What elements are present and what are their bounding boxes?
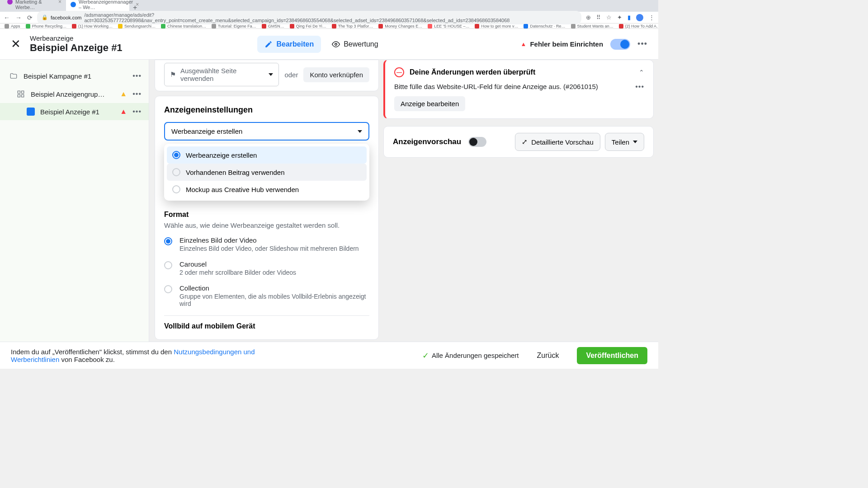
footer-disclaimer: Indem du auf „Veröffentlichen" klickst, … [11,348,282,363]
bookmark[interactable]: Money Changes E… [378,24,422,28]
link-account-button[interactable]: Konto verknüpfen [303,67,369,82]
avatar-icon[interactable] [636,14,643,21]
dropdown-option-mockup[interactable]: Mockup aus Creative Hub verwenden [167,181,367,198]
tab-review[interactable]: Bewertung [325,36,386,53]
warning-icon: ▲ [521,41,527,47]
tree-adset[interactable]: Beispiel Anzeigengrup… ▲ ••• [0,85,149,103]
detailed-preview-button[interactable]: ⤢ Detaillierte Vorschau [515,133,600,151]
favicon [71,2,76,7]
dropdown-option-existing[interactable]: Vorhandenen Beitrag verwenden [167,164,367,181]
review-card: — Deine Änderungen werden überprüft ⌃ Bi… [383,60,654,119]
publish-button[interactable]: Veröffentlichen [577,347,647,364]
lock-icon: 🔒 [42,14,48,20]
preview-card: Anzeigenvorschau ⤢ Detaillierte Vorschau… [383,126,654,158]
translate-icon[interactable]: ⠿ [596,14,601,21]
center-panel: ⚑ Ausgewählte Seite verwenden oder Konto… [149,60,382,342]
url-path: /adsmanager/manage/ads/edit?act=30325357… [84,12,577,23]
tab-label: Facebook Marketing & Werbe… [15,0,56,10]
tree-campaign[interactable]: Beispiel Kampagne #1 ••• [0,67,149,85]
campaign-tree: Beispiel Kampagne #1 ••• Beispiel Anzeig… [0,60,149,342]
tree-label: Beispiel Anzeigengrup… [31,90,114,98]
fullscreen-title: Vollbild auf mobilem Gerät [164,322,369,330]
more-icon[interactable]: ••• [132,72,142,80]
identity-card: ⚑ Ausgewählte Seite verwenden oder Konto… [155,60,379,91]
bookmark[interactable]: Tutorial: Eigene Fa… [212,24,256,28]
back-icon[interactable]: ← [4,14,10,21]
bookmark[interactable]: How to get more v… [475,24,518,28]
radio-icon [164,285,172,293]
section-title: Anzeigeneinstellungen [164,105,369,115]
stop-icon: — [394,67,404,77]
tree-label: Beispiel Anzeige #1 [40,108,114,116]
bookmark[interactable]: (1) How Working… [72,24,113,28]
bookmarks-bar: Apps Phone Recycling… (1) How Working… S… [0,23,658,29]
page-dropdown[interactable]: ⚑ Ausgewählte Seite verwenden [164,63,279,86]
edit-ad-button[interactable]: Anzeige bearbeiten [394,96,465,111]
bookmark[interactable]: Datenschutz · Re… [524,24,565,28]
option-sub: Einzelnes Bild oder Video, oder Slidesho… [179,245,369,252]
tree-ad-active[interactable]: Beispiel Anzeige #1 ▲ ••• [0,103,149,120]
option-label: Werbeanzeige erstellen [186,151,257,159]
star-icon[interactable]: ☆ [606,14,612,21]
svg-rect-4 [22,95,24,97]
eye-icon [332,40,340,48]
more-menu-button[interactable]: ••• [637,39,647,49]
bookmark[interactable]: GMSN… [262,24,284,28]
option-label: Einzelnes Bild oder Video [179,236,369,244]
reload-icon[interactable]: ⟳ [27,14,33,21]
format-option-collection[interactable]: Collection Gruppe von Elementen, die als… [164,284,369,307]
url-bar[interactable]: 🔒 facebook.com/adsmanager/manage/ads/edi… [37,11,581,24]
browser-tab[interactable]: Facebook Marketing & Werbe… × [3,0,66,12]
back-button[interactable]: Zurück [528,347,568,364]
chevron-up-icon[interactable]: ⌃ [639,69,644,76]
bookmark[interactable]: Sendungsarchi… [118,24,156,28]
browser-chrome: Facebook Marketing & Werbe… × Werbeanzei… [0,0,658,29]
format-title: Format [164,211,369,219]
button-label: Detaillierte Vorschau [531,138,594,146]
extension-icon[interactable]: ✦ [617,14,622,21]
option-label: Carousel [179,260,369,268]
more-icon[interactable]: ••• [132,90,142,98]
bookmark[interactable]: Student Wants an… [571,24,613,28]
preview-toggle[interactable] [468,137,486,147]
tab-edit[interactable]: Bearbeiten [257,36,321,53]
zoom-icon[interactable]: ⊕ [586,14,591,21]
dropdown-option-create[interactable]: Werbeanzeige erstellen [167,146,367,164]
bookmark[interactable]: (2) How To Add A… [619,24,658,28]
more-icon[interactable]: ••• [635,83,644,91]
publish-toggle[interactable] [610,39,630,50]
chevron-down-icon [633,141,637,143]
format-option-carousel[interactable]: Carousel 2 oder mehr scrollbare Bilder o… [164,260,369,276]
menu-icon[interactable]: ⋮ [649,14,655,21]
bookmark[interactable]: The Top 3 Platfor… [332,24,373,28]
expand-icon: ⤢ [522,138,528,146]
header-subtitle: Werbeanzeige [30,34,123,42]
status-badge: ▲ Fehler beim Einrichten [521,40,604,48]
browser-tab-active[interactable]: Werbeanzeigenmanager – We… × [66,0,129,12]
chevron-down-icon [358,130,362,133]
radio-icon [172,185,180,193]
tab-label: Bewertung [344,40,378,48]
separator-text: oder [284,71,298,79]
bookmark[interactable]: LEE 'S HOUSE –… [428,24,469,28]
flag-icon: ⚑ [170,70,176,79]
option-sub: 2 oder mehr scrollbare Bilder oder Video… [179,269,369,276]
format-option-single[interactable]: Einzelnes Bild oder Video Einzelnes Bild… [164,236,369,252]
dropdown-label: Ausgewählte Seite verwenden [180,67,264,82]
dropdown-menu: Werbeanzeige erstellen Vorhandenen Beitr… [164,144,369,201]
chevron-down-icon [269,73,273,76]
extension-icon[interactable]: ▮ [627,14,631,21]
close-button[interactable]: ✕ [11,37,21,51]
bookmark[interactable]: Apps [5,24,20,28]
bookmark[interactable]: Chinese translation… [161,24,206,28]
close-icon[interactable]: × [58,0,61,5]
share-button[interactable]: Teilen [605,133,644,151]
dropdown-value: Werbeanzeige erstellen [171,127,242,135]
ad-source-dropdown[interactable]: Werbeanzeige erstellen [164,122,369,141]
review-title: Deine Änderungen werden überprüft [410,68,633,76]
forward-icon[interactable]: → [15,14,22,21]
more-icon[interactable]: ••• [132,108,142,116]
pencil-icon [264,40,273,48]
bookmark[interactable]: Phone Recycling… [26,24,67,28]
bookmark[interactable]: Qing Fei De Yi… [290,24,326,28]
